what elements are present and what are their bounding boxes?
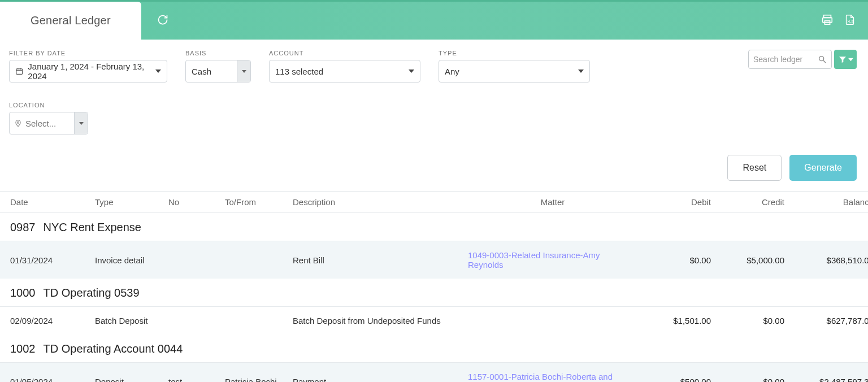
search-input[interactable] (753, 55, 814, 64)
account-group-header: 1002TD Operating Account 0044 (0, 335, 868, 362)
filter-account-label: ACCOUNT (269, 50, 420, 57)
search-area (748, 50, 857, 69)
account-name: TD Operating 0539 (44, 286, 140, 299)
chevron-down-icon (848, 57, 853, 62)
filter-type-label: TYPE (439, 50, 590, 57)
svg-text:XLS: XLS (847, 19, 853, 23)
col-matter: Matter (468, 197, 637, 207)
svg-marker-10 (848, 58, 853, 60)
table-row: 02/09/2024Batch DepositBatch Deposit fro… (0, 306, 868, 335)
tab-label: General Ledger (31, 14, 111, 27)
chevron-down-icon (578, 70, 584, 73)
header-actions: XLS (821, 14, 857, 28)
generate-button[interactable]: Generate (789, 155, 857, 181)
refresh-icon (157, 14, 168, 25)
type-select[interactable]: Any (439, 60, 590, 83)
chevron-down-icon (155, 70, 161, 73)
table-body: 0987NYC Rent Expense01/31/2024Invoice de… (0, 213, 868, 382)
col-credit: Credit (711, 197, 784, 207)
cell-credit: $5,000.00 (711, 255, 784, 265)
cell-balance: $2,487,597.33 (784, 377, 868, 383)
cell-no: test (168, 377, 225, 383)
pin-icon (14, 119, 22, 127)
col-debit: Debit (637, 197, 711, 207)
date-range-value: January 1, 2024 - February 13, 2024 (28, 62, 151, 81)
col-date: Date (10, 197, 95, 207)
table-header: Date Type No To/From Description Matter … (0, 192, 868, 213)
cell-matter: 1157-0001-Patricia Bochi-Roberta and Pat… (468, 372, 637, 382)
chevron-down-icon (237, 60, 250, 82)
print-button[interactable] (821, 14, 834, 28)
filter-toggle-button[interactable] (834, 50, 857, 69)
svg-point-11 (18, 121, 19, 123)
chevron-down-icon (409, 70, 414, 73)
account-code: 1002 (10, 342, 36, 355)
location-value: Select... (25, 119, 56, 128)
cell-credit: $0.00 (711, 316, 784, 325)
tab-general-ledger[interactable]: General Ledger (0, 2, 141, 40)
filter-date-label: FILTER BY DATE (9, 50, 167, 57)
cell-debit: $0.00 (637, 255, 711, 265)
col-description: Description (293, 197, 468, 207)
matter-link[interactable]: 1049-0003-Related Insurance-Amy Reynolds (468, 250, 600, 270)
actions-row: Reset Generate (0, 141, 868, 191)
basis-select[interactable]: Cash (185, 60, 251, 83)
col-to-from: To/From (225, 197, 293, 207)
cell-type: Deposit (95, 377, 168, 383)
type-value: Any (445, 67, 459, 76)
col-balance: Balance (784, 197, 868, 207)
cell-description: Rent Bill (293, 255, 468, 265)
cell-balance: $627,787.03 (784, 316, 868, 325)
cell-to-from: Patricia Bochi (225, 377, 293, 383)
account-code: 0987 (10, 221, 36, 234)
filter-location-group: LOCATION Select... (9, 102, 859, 134)
filter-basis-group: BASIS Cash (185, 50, 251, 83)
cell-date: 01/05/2024 (10, 377, 95, 383)
xls-icon: XLS (843, 14, 857, 26)
account-name: TD Operating Account 0044 (44, 342, 183, 355)
svg-rect-4 (16, 69, 23, 75)
export-xls-button[interactable]: XLS (843, 14, 857, 28)
chevron-down-icon (74, 112, 88, 134)
svg-point-8 (819, 57, 824, 61)
reset-label: Reset (743, 163, 766, 173)
account-group-header: 0987NYC Rent Expense (0, 213, 868, 241)
filter-account-group: ACCOUNT 113 selected (269, 50, 420, 83)
filters-panel: FILTER BY DATE January 1, 2024 - Februar… (0, 40, 868, 141)
ledger-table: Date Type No To/From Description Matter … (0, 191, 868, 382)
filter-type-group: TYPE Any (439, 50, 590, 83)
printer-icon (821, 14, 834, 26)
calendar-icon (15, 67, 23, 76)
cell-debit: $500.00 (637, 377, 711, 383)
cell-balance: $368,510.00 (784, 255, 868, 265)
svg-rect-1 (823, 18, 832, 22)
cell-credit: $0.00 (711, 377, 784, 383)
cell-description: Batch Deposit from Undeposited Funds (293, 316, 468, 325)
filters-row-2: LOCATION Select... (9, 102, 859, 134)
cell-date: 01/31/2024 (10, 255, 95, 265)
table-row: 01/05/2024DeposittestPatricia BochiPayme… (0, 362, 868, 382)
generate-label: Generate (804, 163, 842, 173)
filter-location-label: LOCATION (9, 102, 859, 108)
reset-button[interactable]: Reset (727, 155, 782, 181)
filter-date-group: FILTER BY DATE January 1, 2024 - Februar… (9, 50, 167, 83)
account-name: NYC Rent Expense (44, 221, 141, 234)
account-group-header: 1000TD Operating 0539 (0, 279, 868, 306)
account-value: 113 selected (275, 67, 323, 76)
cell-description: Payment (293, 377, 468, 383)
account-select[interactable]: 113 selected (269, 60, 420, 83)
search-icon[interactable] (818, 55, 827, 64)
basis-value: Cash (186, 67, 237, 76)
col-type: Type (95, 197, 168, 207)
account-code: 1000 (10, 286, 36, 299)
svg-line-9 (823, 60, 826, 63)
location-select[interactable]: Select... (9, 112, 88, 134)
cell-debit: $1,501.00 (637, 316, 711, 325)
refresh-button[interactable] (157, 14, 168, 28)
table-row: 01/31/2024Invoice detailRent Bill1049-00… (0, 241, 868, 279)
matter-link[interactable]: 1157-0001-Patricia Bochi-Roberta and Pat… (468, 372, 613, 382)
cell-type: Batch Deposit (95, 316, 168, 325)
header-bar: General Ledger XLS (0, 0, 868, 40)
filter-basis-label: BASIS (185, 50, 251, 57)
date-range-picker[interactable]: January 1, 2024 - February 13, 2024 (9, 60, 167, 83)
